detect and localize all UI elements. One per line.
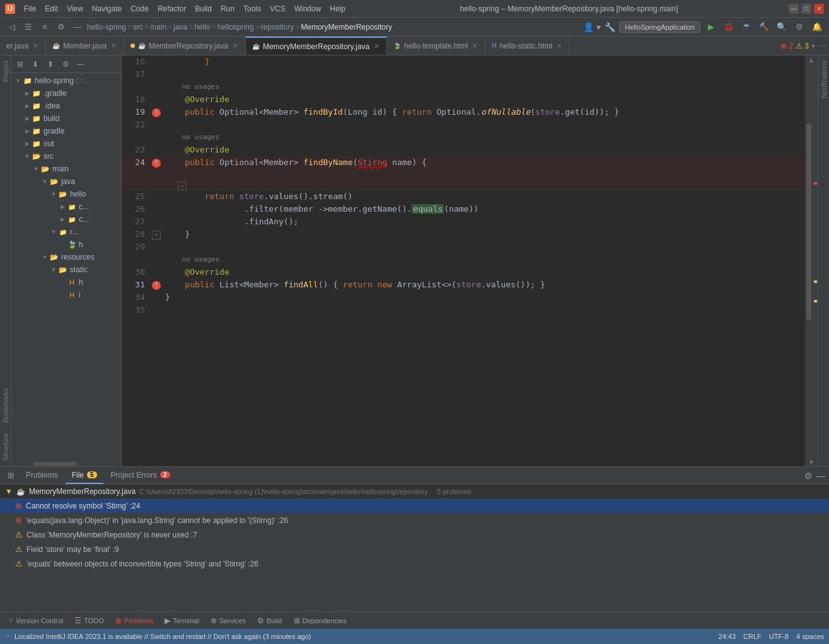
error-gutter-icon[interactable]: ! [152, 108, 161, 117]
menu-file[interactable]: File [20, 3, 40, 14]
minimize-panel-btn[interactable]: — [816, 471, 825, 481]
r-arrow[interactable]: ▼ [49, 227, 58, 236]
gradle-arrow[interactable]: ▶ [23, 89, 32, 98]
menu-refactor[interactable]: Refactor [154, 3, 190, 14]
scroll-up-btn[interactable]: ▲ [805, 55, 818, 64]
close-button[interactable]: ✕ [814, 4, 824, 14]
hello-arrow[interactable]: ▼ [49, 190, 58, 198]
menu-view[interactable]: View [63, 3, 87, 14]
structure-label[interactable]: Structure [1, 428, 11, 466]
fold-icon-28[interactable]: + [152, 231, 161, 239]
scrollbar-track[interactable] [805, 64, 818, 457]
sidebar-item-java[interactable]: ▼ 📂 java [11, 175, 121, 188]
out-arrow[interactable]: ▶ [23, 139, 32, 148]
code-view[interactable]: 16 } 17 no usages [122, 55, 805, 466]
recent-files[interactable]: ≡ [38, 20, 52, 34]
tab-member-java[interactable]: ☕ Member.java ✕ [46, 37, 124, 55]
sidebar-close-btn[interactable]: — [74, 58, 87, 71]
problems-panel-icon[interactable]: ⊞ [4, 471, 18, 480]
search-button[interactable]: 🔧 [605, 22, 615, 32]
profile-button[interactable]: 👤 ▾ [583, 22, 601, 32]
editor-scrollbar-area[interactable]: ▲ ▼ [805, 55, 818, 466]
idea-arrow[interactable]: ▶ [23, 101, 32, 110]
sidebar-layout-btn[interactable]: ⊞ [14, 58, 26, 71]
tab-project-errors[interactable]: Project Errors 2 [105, 467, 177, 484]
bc-hello[interactable]: hello [194, 23, 210, 32]
menu-vcs[interactable]: VCS [266, 3, 289, 14]
sidebar-toggle[interactable]: ☰ [21, 20, 35, 34]
settings-gear[interactable]: ⚙ [792, 20, 806, 34]
tabs-overflow[interactable]: ⊗ 2 ⚠ 3 ▾ ⋯ [777, 37, 829, 55]
menu-edit[interactable]: Edit [41, 3, 62, 14]
sidebar-tree[interactable]: ▼ 📁 hello-spring C:\... ▶ 📁 .gradle ▶ 📁 [11, 73, 121, 461]
c1-arrow[interactable]: ▶ [58, 202, 67, 211]
bc-src[interactable]: src [133, 23, 143, 32]
gradlefolder-arrow[interactable]: ▶ [23, 127, 32, 135]
notifications-label[interactable]: Notifications [819, 55, 829, 103]
cursor-position[interactable]: 24:43 [719, 633, 736, 640]
sidebar-item-idea[interactable]: ▶ 📁 .idea [11, 100, 121, 112]
menu-help[interactable]: Help [326, 3, 349, 14]
window-controls[interactable]: — □ ✕ [789, 4, 824, 14]
scrollbar-thumb[interactable] [806, 124, 811, 320]
sidebar-item-gradlefolder[interactable]: ▶ 📁 gradle [11, 125, 121, 137]
tab-member-java-close[interactable]: ✕ [110, 42, 117, 50]
terminal-btn[interactable]: ▶ Terminal [159, 615, 204, 626]
sidebar-collapse-btn[interactable]: ⬇ [29, 58, 42, 71]
build-arrow[interactable]: ▶ [23, 114, 32, 123]
resources-arrow[interactable]: ▼ [40, 253, 49, 262]
sidebar-item-src[interactable]: ▼ 📂 src [11, 150, 121, 163]
minimize-button[interactable]: — [789, 4, 799, 14]
debug-button[interactable]: 🐞 [722, 20, 736, 34]
tab-memorymemberrepo-close[interactable]: ✕ [373, 42, 380, 50]
sidebar-item-static-i[interactable]: H i [11, 289, 121, 301]
bc-current[interactable]: MemoryMemberRepository [301, 23, 392, 32]
menu-code[interactable]: Code [127, 3, 153, 14]
maximize-button[interactable]: □ [801, 4, 811, 14]
version-control-btn[interactable]: ⑂ Version Control [4, 615, 68, 626]
fold-icon-24[interactable]: − [178, 181, 187, 190]
tab-problems[interactable]: Problems [20, 467, 64, 484]
sidebar-item-r[interactable]: ▼ 📁 r... [11, 226, 121, 238]
sidebar-item-c2[interactable]: ▶ 📁 c... [11, 213, 121, 226]
problem-item-4[interactable]: ⚠ Field 'store' may be 'final' :9 [0, 542, 829, 556]
tab-memberrepo-java[interactable]: ☕ MemberRepository.java ✕ [124, 37, 246, 55]
problem-group-header[interactable]: ▼ ☕ MemoryMemberRepository.java C:\Users… [0, 485, 829, 498]
tree-root[interactable]: ▼ 📁 hello-spring C:\... [11, 74, 121, 87]
sidebar-expand-btn[interactable]: ⬆ [44, 58, 57, 71]
sidebar-item-h[interactable]: 🍃 h [11, 238, 121, 251]
scroll-down-btn[interactable]: ▼ [805, 457, 818, 466]
search-everywhere[interactable]: 🔍 [775, 20, 789, 34]
sidebar-item-build[interactable]: ▶ 📁 build [11, 112, 121, 125]
build-button[interactable]: 🔨 [757, 20, 771, 34]
sidebar-item-resources[interactable]: ▼ 📂 resources [11, 251, 121, 263]
static-arrow[interactable]: ▼ [49, 265, 58, 274]
sidebar-settings-btn[interactable]: ⚙ [59, 58, 72, 71]
settings-button[interactable]: ⚙ [54, 20, 68, 34]
settings-action-btn[interactable]: ⚙ [804, 471, 813, 481]
menu-window[interactable]: Window [291, 3, 325, 14]
tab-hello-static[interactable]: H hello-static.html ✕ [485, 37, 570, 55]
tab-file[interactable]: File 5 [66, 467, 103, 484]
services-btn[interactable]: ⊕ Services [206, 615, 251, 626]
menu-bar[interactable]: File Edit View Navigate Code Refactor Bu… [20, 3, 349, 14]
tab-memorymemberrepo-java[interactable]: ☕ MemoryMemberRepository.java ✕ [246, 37, 387, 55]
problem-item-1[interactable]: ⊗ Cannot resolve symbol 'Stirng' :24 [0, 498, 829, 513]
menu-run[interactable]: Run [217, 3, 238, 14]
sidebar-item-hello[interactable]: ▼ 📂 hello [11, 188, 121, 200]
sidebar-item-static-h[interactable]: H h [11, 276, 121, 289]
sidebar-item-main[interactable]: ▼ 📂 main [11, 163, 121, 175]
tab-memberrepo-close[interactable]: ✕ [231, 42, 239, 50]
coverage-button[interactable]: ☂ [739, 20, 753, 34]
tab-more[interactable]: ⋯ [818, 42, 825, 50]
java-arrow[interactable]: ▼ [40, 177, 49, 186]
problem-item-5[interactable]: ⚠ 'equals' between objects of inconverti… [0, 556, 829, 571]
tab-hello-static-close[interactable]: ✕ [555, 42, 563, 50]
run-button[interactable]: ▶ [704, 20, 718, 34]
problem-item-2[interactable]: ⊗ 'equals(java.lang.Object)' in 'java.la… [0, 513, 829, 527]
notifications-button[interactable]: 🔔 [810, 20, 824, 34]
todo-btn[interactable]: ☰ TODO [69, 615, 109, 626]
error-gutter-icon-24[interactable]: ! [152, 159, 161, 168]
sidebar-scrollbar[interactable] [11, 461, 121, 466]
tab-hello-template[interactable]: 🍃 hello-template.html ✕ [387, 37, 485, 55]
